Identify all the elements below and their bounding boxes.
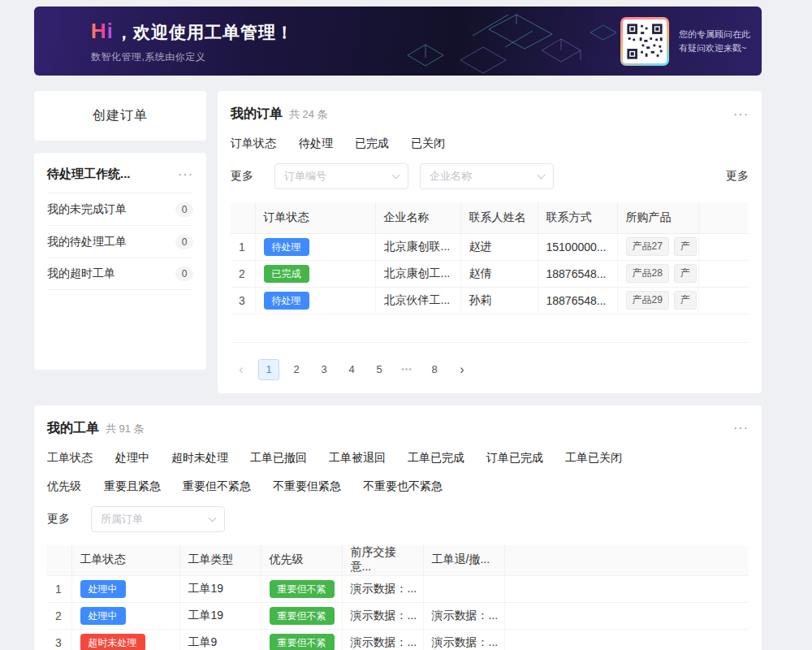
company-name-select[interactable]: 企业名称: [420, 163, 554, 189]
status-badge: 处理中: [80, 580, 126, 598]
extra-cell: [504, 576, 749, 603]
order-number-select[interactable]: 订单编号: [274, 163, 408, 189]
workorders-table-header-row: 工单状态 工单类型 优先级 前序交接意... 工单退/撤...: [47, 545, 749, 576]
col-header-index: [231, 202, 255, 233]
qr-note: 您的专属顾问在此 有疑问欢迎来戳~: [679, 28, 750, 55]
wo-status-option-closed[interactable]: 工单已关闭: [565, 451, 622, 466]
stat-item-overtime-workorders[interactable]: 我的超时工单 0: [47, 258, 193, 290]
extra-cell: [698, 233, 749, 260]
stat-count-badge: 0: [175, 202, 193, 217]
orders-more-filter-row: 更多 订单编号 企业名称 更多: [231, 163, 749, 189]
banner-illustration: [383, 8, 627, 75]
parent-order-select[interactable]: 所属订单: [91, 506, 225, 532]
pagination-page-4[interactable]: 4: [341, 359, 362, 380]
order-number-placeholder: 订单编号: [284, 169, 326, 184]
pending-work-stats-card: 待处理工作统... ··· 我的未完成订单 0 我的待处理工单 0 我的超时工单…: [34, 153, 206, 370]
col-header-contact: 联系人姓名: [460, 202, 538, 233]
pagination-page-8[interactable]: 8: [424, 359, 445, 380]
priority-option-important-not-urgent[interactable]: 重要但不紧急: [183, 479, 251, 494]
row-index: 1: [231, 233, 255, 260]
left-sidebar: 创建订单 待处理工作统... ··· 我的未完成订单 0 我的待处理工单 0 我…: [34, 91, 206, 393]
company-cell: 北京康创联...: [375, 233, 460, 260]
table-empty-strip: [231, 314, 749, 343]
stat-count-badge: 0: [175, 235, 193, 249]
product-tag: 产品27: [626, 237, 669, 256]
status-badge: 待处理: [264, 238, 309, 256]
stat-item-pending-workorders[interactable]: 我的待处理工单 0: [47, 225, 193, 258]
create-order-button[interactable]: 创建订单: [34, 91, 206, 141]
priority-option-important-urgent[interactable]: 重要且紧急: [104, 479, 161, 494]
wo-status-option-returned[interactable]: 工单被退回: [329, 451, 386, 466]
col-header-pre-note: 前序交接意...: [342, 545, 423, 576]
status-badge: 已完成: [264, 265, 309, 283]
order-status-filter-label: 订单状态: [231, 136, 276, 151]
banner-consultant-block: 您的专属顾问在此 有疑问欢迎来戳~: [620, 6, 750, 76]
pagination-ellipsis-icon[interactable]: •••: [396, 359, 417, 380]
order-status-option-closed[interactable]: 已关闭: [411, 136, 445, 151]
pre-note-cell: 演示数据：...: [342, 576, 423, 603]
priority-filter-label: 优先级: [47, 479, 81, 494]
priority-badge: 重要但不紧: [270, 634, 335, 650]
extra-cell: [504, 630, 749, 650]
orders-more-label[interactable]: 更多: [231, 169, 253, 184]
status-badge: 处理中: [80, 607, 126, 625]
table-row: 3 超时未处理 工单9 重要但不紧 演示数据：... 演示数据：...: [47, 630, 749, 650]
orders-panel-title: 我的订单: [231, 106, 283, 123]
pagination-next-icon[interactable]: ›: [451, 359, 473, 380]
orders-more-menu-icon[interactable]: ···: [733, 108, 749, 121]
status-badge: 超时未处理: [80, 634, 145, 650]
my-workorders-panel: 我的工单 共 91 条 ··· 工单状态 处理中 超时未处理 工单已撤回 工单被…: [34, 405, 762, 650]
orders-more-link[interactable]: 更多: [726, 169, 749, 184]
order-status-filter-row: 订单状态 待处理 已完成 已关闭: [231, 136, 749, 151]
workorders-more-label[interactable]: 更多: [47, 512, 70, 526]
page: Hi，欢迎使用工单管理！ 数智化管理,系统由你定义: [34, 6, 762, 650]
parent-order-placeholder: 所属订单: [101, 512, 143, 526]
contact-cell: 孙莉: [460, 287, 538, 314]
orders-table: 订单状态 企业名称 联系人姓名 联系方式 所购产品 1 待处理 北京康创联..: [231, 202, 749, 314]
workorders-total-count: 共 91 条: [106, 422, 145, 436]
pagination-page-3[interactable]: 3: [313, 359, 335, 380]
col-header-products: 所购产品: [617, 202, 698, 233]
table-row: 1 待处理 北京康创联... 赵进 15100000... 产品27产: [231, 233, 749, 260]
wo-status-option-overtime[interactable]: 超时未处理: [171, 451, 228, 466]
pre-note-cell: 演示数据：...: [342, 630, 423, 650]
return-note-cell: 演示数据：...: [423, 630, 504, 650]
col-header-index: [47, 545, 71, 576]
company-name-placeholder: 企业名称: [430, 169, 472, 184]
stats-more-menu-icon[interactable]: ···: [178, 168, 193, 181]
phone-cell: 18876548...: [538, 287, 617, 314]
workorders-more-filter-row: 更多 所属订单: [47, 506, 749, 532]
wo-type-cell: 工单19: [179, 576, 261, 603]
pagination-page-1[interactable]: 1: [258, 359, 279, 380]
wo-status-option-processing[interactable]: 处理中: [115, 451, 149, 466]
chevron-down-icon: [209, 514, 217, 522]
stat-item-unfinished-orders[interactable]: 我的未完成订单 0: [47, 193, 193, 225]
wo-status-option-wo-done[interactable]: 工单已完成: [408, 451, 464, 466]
col-header-company: 企业名称: [375, 202, 460, 233]
order-status-option-done[interactable]: 已完成: [355, 136, 389, 151]
company-cell: 北京康创工...: [375, 260, 460, 287]
wo-status-option-order-done[interactable]: 订单已完成: [486, 451, 543, 466]
order-status-option-pending[interactable]: 待处理: [299, 136, 333, 151]
contact-cell: 赵进: [460, 233, 538, 260]
pagination-page-5[interactable]: 5: [369, 359, 390, 380]
qr-code[interactable]: [620, 17, 669, 66]
orders-total-count: 共 24 条: [289, 107, 328, 122]
wo-status-option-withdrawn[interactable]: 工单已撤回: [250, 451, 307, 466]
wo-type-cell: 工单19: [179, 603, 261, 630]
priority-option-not-important-urgent[interactable]: 不重要但紧急: [273, 479, 341, 494]
table-row: 2 处理中 工单19 重要但不紧 演示数据：... 演示数据：...: [47, 603, 749, 630]
table-row: 1 处理中 工单19 重要但不紧 演示数据：...: [47, 576, 749, 603]
pagination-page-2[interactable]: 2: [286, 359, 307, 380]
priority-option-not-important-not-urgent[interactable]: 不重要也不紧急: [363, 479, 443, 494]
products-cell: 产品29产: [617, 287, 698, 314]
pagination-prev-icon[interactable]: ‹: [231, 359, 252, 380]
workorders-more-menu-icon[interactable]: ···: [733, 422, 749, 435]
company-cell: 北京伙伴工...: [375, 287, 460, 314]
pre-note-cell: 演示数据：...: [342, 603, 423, 630]
phone-cell: 18876548...: [538, 260, 617, 287]
stat-label: 我的超时工单: [47, 266, 115, 281]
phone-cell: 15100000...: [538, 233, 617, 260]
col-header-order-status: 订单状态: [255, 202, 375, 233]
row-index: 1: [47, 576, 71, 603]
